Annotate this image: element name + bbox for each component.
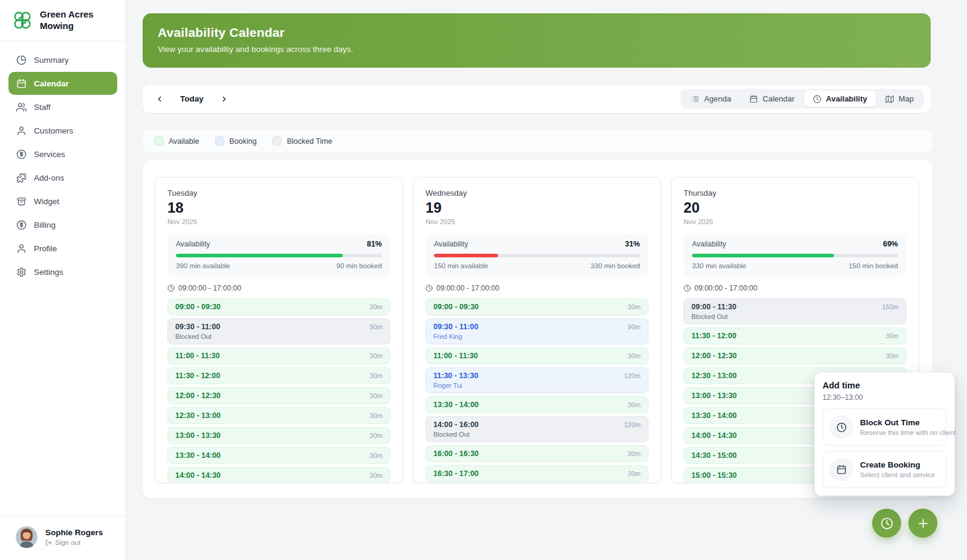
signout-icon [45, 539, 52, 546]
working-hours: 09:00:00 - 17:00:00 [684, 284, 907, 292]
slot-main-row: 11:00 - 11:3030m [433, 352, 641, 360]
slot-main-row: 13:00 - 13:3030m [175, 431, 383, 440]
slot-duration: 30m [370, 372, 383, 379]
today-button[interactable]: Today [180, 94, 204, 103]
slot-available[interactable]: 12:00 - 12:3030m [167, 387, 390, 404]
brand-name: Green Acres Mowing [40, 9, 106, 32]
slot-duration: 90m [628, 323, 641, 330]
slot-label: Blocked Out [691, 313, 899, 320]
availability-panel: Availability69%330 min available150 min … [684, 233, 907, 277]
puzzle-icon [16, 173, 27, 183]
slot-available[interactable]: 14:00 - 14:3030m [167, 467, 390, 483]
slot-available[interactable]: 13:30 - 14:0030m [167, 447, 390, 464]
slot-main-row: 09:00 - 11:30150m [691, 303, 899, 311]
slot-time: 12:00 - 12:30 [691, 352, 737, 360]
sidebar-item-label: Customers [34, 126, 73, 135]
add-booking-fab[interactable] [908, 509, 937, 538]
create-booking-option[interactable]: Create BookingSelect client and service [823, 451, 946, 488]
slot-available[interactable]: 16:30 - 17:0030m [425, 465, 648, 482]
sidebar-item-add-ons[interactable]: Add-ons [8, 166, 117, 189]
slot-time: 14:00 - 14:30 [691, 431, 737, 440]
availability-progress-fill [176, 254, 343, 257]
slot-available[interactable]: 11:30 - 12:0030m [167, 367, 390, 384]
next-day-button chevron-right-icon[interactable] [220, 95, 228, 103]
sidebar-item-services[interactable]: Services [8, 143, 117, 166]
slot-available[interactable]: 16:00 - 16:3030m [425, 445, 648, 462]
day-month-year: Nov 2025 [684, 218, 907, 225]
sidebar-item-billing[interactable]: Billing [8, 213, 117, 236]
slot-main-row: 09:30 - 11:0090m [175, 323, 383, 331]
sidebar-item-customers[interactable]: Customers [8, 119, 117, 142]
slot-available[interactable]: 09:00 - 09:3030m [425, 298, 648, 315]
sidebar-item-summary[interactable]: Summary [8, 48, 117, 71]
day-weekday: Wednesday [425, 188, 648, 198]
day-card-tuesday: Tuesday18Nov 2025Availability81%390 min … [155, 177, 403, 483]
tab-agenda[interactable]: Agenda [682, 91, 740, 107]
slot-available[interactable]: 11:00 - 11:3030m [425, 347, 648, 364]
signout-button[interactable]: Sign out [45, 539, 103, 546]
slot-time: 11:30 - 12:00 [691, 332, 736, 340]
block-out-time-option[interactable]: Block Out TimeReserve this time with no … [823, 408, 946, 446]
slot-time: 14:00 - 16:00 [433, 420, 479, 429]
block-time-fab[interactable] [872, 509, 901, 538]
clock-icon [684, 285, 691, 292]
slot-available[interactable]: 09:00 - 09:3030m [167, 298, 390, 315]
legend-item-blocked: Blocked Time [273, 137, 332, 146]
calendar-icon [16, 79, 27, 89]
slot-available[interactable]: 11:00 - 11:3030m [167, 347, 390, 364]
slot-available[interactable]: 11:30 - 12:0030m [684, 327, 907, 344]
slot-time: 13:00 - 13:30 [175, 431, 221, 440]
slot-available[interactable]: 13:30 - 14:0030m [425, 396, 648, 413]
option-subtitle: Select client and service [860, 471, 935, 478]
tab-availability[interactable]: Availability [804, 91, 876, 107]
slot-blocked[interactable]: 09:00 - 11:30150mBlocked Out [684, 298, 907, 324]
user-icon [16, 126, 27, 136]
min-booked: 150 min booked [849, 262, 898, 269]
availability-percent: 69% [883, 240, 898, 248]
slot-label: Roger Tui [433, 382, 641, 389]
option-subtitle: Reserve this time with no client [860, 429, 956, 436]
day-number: 18 [167, 199, 390, 216]
avatar[interactable] [16, 526, 37, 548]
slot-time: 09:00 - 09:30 [175, 303, 221, 311]
sidebar-item-calendar[interactable]: Calendar [8, 72, 117, 95]
availability-header-row: Availability31% [434, 240, 640, 248]
slot-available[interactable]: 12:30 - 13:0030m [167, 407, 390, 424]
availability-panel: Availability31%150 min available330 min … [425, 233, 648, 277]
sidebar-item-staff[interactable]: Staff [8, 95, 117, 118]
slot-main-row: 16:30 - 17:0030m [433, 469, 641, 478]
clock-icon [813, 95, 821, 103]
page: Green Acres Mowing SummaryCalendarStaffC… [0, 0, 967, 560]
prev-day-button chevron-left-icon[interactable] [155, 95, 164, 103]
slot-time: 14:30 - 15:00 [691, 451, 737, 460]
slot-blocked[interactable]: 14:00 - 16:00120mBlocked Out [425, 416, 648, 442]
sidebar-item-label: Calendar [34, 79, 69, 88]
users-icon [16, 102, 27, 112]
slot-time: 09:30 - 11:00 [175, 323, 220, 331]
legend-item-booking: Booking [215, 137, 257, 146]
slot-blocked[interactable]: 09:30 - 11:0090mBlocked Out [167, 318, 390, 344]
slot-duration: 120m [624, 372, 641, 379]
slot-duration: 30m [628, 450, 641, 457]
working-hours: 09:00:00 - 17:00:00 [167, 284, 390, 292]
sidebar-item-profile[interactable]: Profile [8, 237, 117, 260]
tab-map[interactable]: Map [877, 91, 922, 107]
tab-calendar[interactable]: Calendar [741, 91, 803, 107]
slot-main-row: 11:00 - 11:3030m [175, 352, 383, 360]
slot-duration: 30m [370, 452, 383, 459]
availability-progress-track [692, 254, 898, 257]
working-hours-text: 09:00:00 - 17:00:00 [694, 284, 757, 292]
slot-available[interactable]: 13:00 - 13:3030m [167, 427, 390, 444]
sidebar-item-label: Widget [34, 197, 59, 206]
tab-label: Calendar [763, 94, 795, 103]
slot-booking[interactable]: 09:30 - 11:0090mFred King [425, 318, 648, 344]
slot-booking[interactable]: 11:30 - 13:30120mRoger Tui [425, 367, 648, 393]
slot-main-row: 12:00 - 12:3030m [691, 352, 899, 360]
slot-time: 16:00 - 16:30 [433, 449, 479, 458]
sidebar-item-settings[interactable]: Settings [8, 260, 117, 283]
user-name: Sophie Rogers [45, 528, 103, 537]
sidebar-item-widget[interactable]: Widget [8, 190, 117, 213]
availability-percent: 81% [367, 240, 382, 248]
day-number: 20 [684, 199, 907, 216]
slot-available[interactable]: 12:00 - 12:3030m [684, 347, 907, 364]
